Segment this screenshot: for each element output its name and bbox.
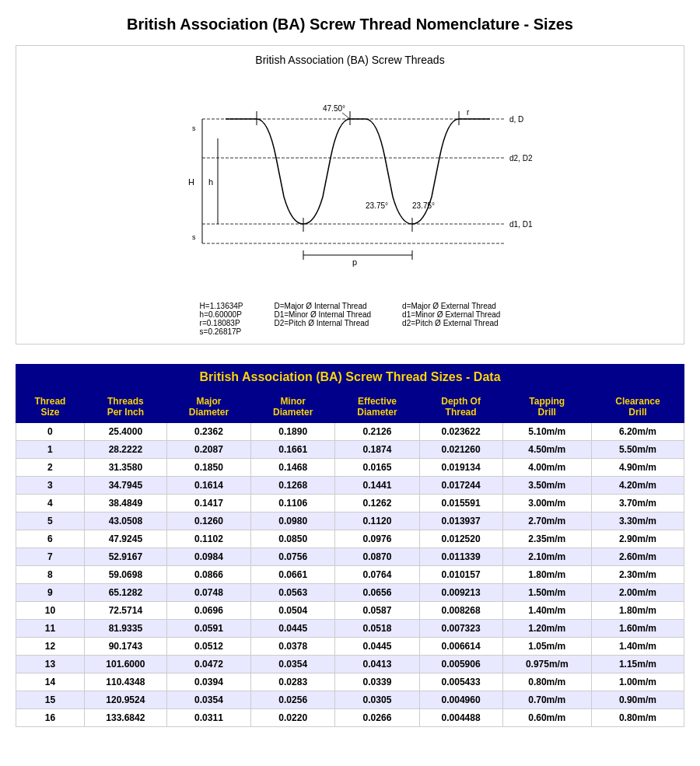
svg-text:23.75°: 23.75°: [366, 201, 388, 210]
svg-text:d1, D1: d1, D1: [509, 220, 533, 229]
table-cell: 0.023622: [419, 423, 502, 441]
table-cell: 0.0866: [166, 566, 250, 584]
svg-text:p: p: [352, 257, 357, 267]
table-cell: 0.009213: [419, 584, 502, 602]
table-cell: 0.1441: [335, 477, 419, 495]
table-cell: 6.20m/m: [591, 423, 684, 441]
table-cell: 38.4849: [84, 495, 166, 512]
table-cell: 0.1468: [251, 459, 335, 477]
svg-rect-0: [156, 72, 544, 298]
table-cell: 28.2222: [84, 441, 166, 459]
table-cell: 2.30m/m: [591, 566, 684, 584]
table-cell: 1: [16, 441, 85, 459]
table-cell: 0.0504: [251, 602, 335, 620]
table-row: 647.92450.11020.08500.09760.0125202.35m/…: [16, 530, 684, 548]
table-cell: 0.004488: [419, 709, 502, 727]
table-cell: 4.90m/m: [591, 459, 684, 477]
table-cell: 0.0311: [166, 709, 250, 727]
table-cell: 0.0587: [335, 602, 419, 620]
table-cell: 0.0696: [166, 602, 250, 620]
table-cell: 16: [16, 709, 85, 727]
col-minor-diameter: MinorDiameter: [251, 391, 335, 423]
diagram-title: British Association (BA) Screw Threads: [24, 54, 676, 66]
table-cell: 47.9245: [84, 530, 166, 548]
table-cell: 65.1282: [84, 584, 166, 602]
table-cell: 0.0220: [251, 709, 335, 727]
table-cell: 110.4348: [84, 673, 166, 691]
table-cell: 7: [16, 548, 85, 566]
table-cell: 52.9167: [84, 548, 166, 566]
table-row: 334.79450.16140.12680.14410.0172443.50m/…: [16, 477, 684, 495]
table-cell: 0.1661: [251, 441, 335, 459]
table-cell: 0.0563: [251, 584, 335, 602]
table-row: 1181.93350.05910.04450.05180.0073231.20m…: [16, 620, 684, 638]
table-cell: 3.00m/m: [502, 495, 591, 512]
table-cell: 0.0591: [166, 620, 250, 638]
table-row: 438.48490.14170.11060.12620.0155913.00m/…: [16, 495, 684, 512]
table-cell: 0.1850: [166, 459, 250, 477]
table-row: 859.06980.08660.06610.07640.0101571.80m/…: [16, 566, 684, 584]
table-cell: 3.70m/m: [591, 495, 684, 512]
table-cell: 0.0354: [166, 691, 250, 709]
table-cell: 2.70m/m: [502, 512, 591, 530]
table-cell: 5.10m/m: [502, 423, 591, 441]
table-cell: 2.90m/m: [591, 530, 684, 548]
table-cell: 0.0305: [335, 691, 419, 709]
table-cell: 0.1106: [251, 495, 335, 512]
table-cell: 0.006614: [419, 638, 502, 656]
table-row: 025.40000.23620.18900.21260.0236225.10m/…: [16, 423, 684, 441]
table-cell: 3: [16, 477, 85, 495]
table-cell: 0.0764: [335, 566, 419, 584]
table-cell: 0.0984: [166, 548, 250, 566]
table-cell: 2: [16, 459, 85, 477]
table-cell: 0.1874: [335, 441, 419, 459]
table-row: 231.35800.18500.14680.01650.0191344.00m/…: [16, 459, 684, 477]
svg-text:47.50°: 47.50°: [323, 104, 345, 113]
table-cell: 0.015591: [419, 495, 502, 512]
table-cell: 1.40m/m: [502, 602, 591, 620]
table-cell: 0.0354: [251, 656, 335, 673]
diagram-notes-right: d=Major Ø External Thread d1=Minor Ø Ext…: [402, 302, 500, 336]
table-cell: 0.008268: [419, 602, 502, 620]
table-cell: 0.0976: [335, 530, 419, 548]
col-clearance-drill: ClearanceDrill: [591, 391, 684, 423]
col-thread-size: ThreadSize: [16, 391, 85, 423]
table-cell: 0.0445: [251, 620, 335, 638]
table-cell: 4.00m/m: [502, 459, 591, 477]
diagram-notes: H=1.13634P h=0.60000P r=0.18083P s=0.268…: [24, 302, 676, 336]
svg-text:s: s: [192, 233, 196, 241]
table-cell: 4: [16, 495, 85, 512]
table-cell: 1.80m/m: [502, 566, 591, 584]
table-cell: 0.017244: [419, 477, 502, 495]
table-cell: 0.1260: [166, 512, 250, 530]
table-cell: 0.0413: [335, 656, 419, 673]
table-row: 1290.17430.05120.03780.04450.0066141.05m…: [16, 638, 684, 656]
table-cell: 81.9335: [84, 620, 166, 638]
table-cell: 0.1614: [166, 477, 250, 495]
table-row: 13101.60000.04720.03540.04130.0059060.97…: [16, 656, 684, 673]
col-major-diameter: MajorDiameter: [166, 391, 250, 423]
table-cell: 0.0748: [166, 584, 250, 602]
table-cell: 0.90m/m: [591, 691, 684, 709]
table-cell: 0.0256: [251, 691, 335, 709]
col-tapping-drill: TappingDrill: [502, 391, 591, 423]
table-cell: 0.1262: [335, 495, 419, 512]
table-title: British Association (BA) Screw Thread Si…: [16, 364, 684, 390]
table-cell: 0.1268: [251, 477, 335, 495]
table-cell: 2.35m/m: [502, 530, 591, 548]
diagram-section: British Association (BA) Screw Threads H…: [16, 45, 684, 345]
table-cell: 1.40m/m: [591, 638, 684, 656]
table-cell: 0.0394: [166, 673, 250, 691]
table-row: 752.91670.09840.07560.08700.0113392.10m/…: [16, 548, 684, 566]
table-cell: 0.2362: [166, 423, 250, 441]
diagram-notes-middle: D=Major Ø Internal Thread D1=Minor Ø Int…: [275, 302, 372, 336]
table-cell: 0.0512: [166, 638, 250, 656]
table-cell: 0.1102: [166, 530, 250, 548]
table-cell: 5.50m/m: [591, 441, 684, 459]
table-cell: 0.004960: [419, 691, 502, 709]
table-row: 15120.95240.03540.02560.03050.0049600.70…: [16, 691, 684, 709]
table-cell: 1.80m/m: [591, 602, 684, 620]
table-cell: 0.011339: [419, 548, 502, 566]
table-cell: 90.1743: [84, 638, 166, 656]
table-cell: 0.0165: [335, 459, 419, 477]
